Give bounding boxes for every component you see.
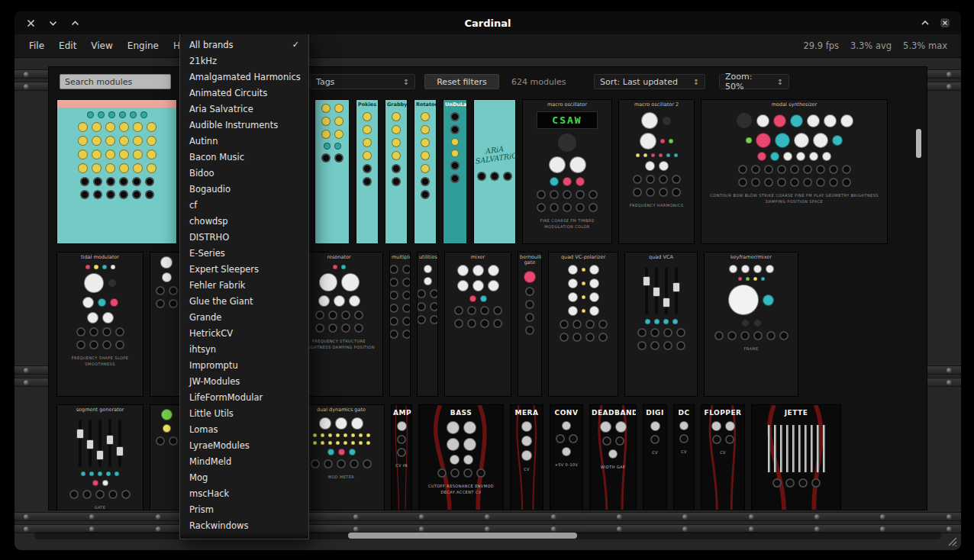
search-input[interactable] (60, 74, 171, 89)
brand-menu-item[interactable]: Rackwindows (180, 517, 308, 533)
knob-icon (147, 163, 156, 173)
tags-filter-select[interactable]: Tags ↕ (310, 74, 415, 89)
menu-view[interactable]: View (91, 40, 112, 51)
module-grabby[interactable]: Grabby (385, 99, 408, 244)
module-amp[interactable]: AMPCV IN (391, 404, 412, 510)
module-rotatoes[interactable]: Rotatoes (414, 99, 437, 244)
brand-menu-item[interactable]: mscHack (180, 485, 308, 501)
jack-icon (647, 189, 653, 195)
brand-menu-item[interactable]: cf (180, 197, 308, 213)
jack-icon (577, 191, 583, 198)
module-dc[interactable]: DCCV (673, 404, 695, 510)
brand-menu-item-label: Mog (189, 472, 208, 483)
brand-menu-item[interactable]: Expert Sleepers (180, 261, 308, 277)
module-jette[interactable]: JETTE (751, 404, 841, 510)
module-mera[interactable]: MERACV (510, 404, 543, 510)
control-row (59, 150, 175, 159)
reset-filters-button[interactable]: Reset filters (424, 74, 499, 89)
brand-menu-item[interactable]: Bidoo (180, 165, 308, 181)
chevron-up-icon[interactable] (69, 18, 80, 28)
vertical-scrollbar-thumb[interactable] (916, 129, 921, 158)
sort-select[interactable]: Sort: Last updated ↕ (594, 74, 705, 89)
brand-menu-item[interactable]: Lomas (180, 421, 308, 437)
brand-menu-item[interactable]: Little Utils (180, 405, 308, 421)
brand-menu-item[interactable]: Bogaudio (180, 181, 308, 197)
knob-icon (562, 421, 571, 430)
brand-menu-item[interactable]: JW-Modules (180, 373, 308, 389)
chevron-down-icon[interactable] (47, 18, 58, 28)
brand-menu-item[interactable]: Aria Salvatrice (180, 101, 308, 117)
brand-menu-item[interactable]: Mog (180, 469, 308, 485)
knob-icon (163, 424, 171, 433)
module-segment-generator[interactable]: segment generatorGATE (56, 404, 144, 510)
knob-icon (645, 161, 655, 171)
control-row (706, 265, 796, 273)
brand-menu-item[interactable]: Audible Instruments (180, 117, 308, 133)
module-quad-vc-polarizer[interactable]: quad VC-polarizer (548, 252, 618, 397)
zoom-select[interactable]: Zoom: 50% ↕ (719, 74, 789, 89)
module-panel[interactable] (150, 404, 183, 510)
module-panel[interactable] (150, 252, 183, 397)
brand-menu-item[interactable]: Glue the Giant (180, 293, 308, 309)
module-digi[interactable]: DIGICV (643, 404, 667, 510)
brand-menu-item[interactable]: 21kHz (180, 53, 308, 69)
module-modal-synthesizer[interactable]: modal synthesizerCONTOUR BOW BLOW STRIKE… (701, 99, 888, 244)
knob-icon (521, 436, 532, 446)
menu-engine[interactable]: Engine (127, 40, 159, 51)
module-keyframer-mixer[interactable]: keyframer/mixerFRAME (704, 252, 798, 397)
brand-menu-item[interactable]: chowdsp (180, 213, 308, 229)
horizontal-scrollbar-track[interactable] (34, 532, 941, 539)
module-labels: CV (511, 465, 543, 474)
module-tidal-modulator[interactable]: tidal modulatorFREQUENCY SHAPE SLOPE SMO… (56, 252, 144, 397)
module-bass[interactable]: BASSCUTOFF RESONANCE ENVMOD DECAY ACCENT… (418, 404, 504, 510)
module-macro-oscillator[interactable]: macro oscillatorCSAWFINE COARSE FM TIMBR… (522, 99, 612, 244)
screw-icon (24, 514, 29, 520)
brand-menu-item-label: Bacon Music (189, 152, 244, 163)
close-button[interactable] (25, 18, 36, 28)
module-conv[interactable]: CONV+5V 0-10V (550, 404, 583, 510)
module-undular[interactable]: UnDuLaR (443, 99, 467, 244)
module-bernoulli-gate[interactable]: bernoulli gate (518, 252, 542, 397)
module-title: JETTE (752, 405, 840, 417)
knob-icon (757, 152, 766, 161)
resize-grip[interactable] (945, 534, 957, 546)
menu-file[interactable]: File (29, 40, 44, 51)
module-panel[interactable]: ARiA SALVATRiCE (473, 99, 516, 244)
module-deadband[interactable]: DEADBANDWIDTH GAP (589, 404, 637, 510)
brand-menu-item[interactable]: ihtsyn (180, 341, 308, 357)
jack-icon (391, 331, 397, 337)
module-multiples[interactable]: multiples (389, 252, 411, 397)
brand-menu-item[interactable]: Animated Circuits (180, 85, 308, 101)
module-panel[interactable] (56, 99, 177, 244)
knob-icon (110, 298, 118, 307)
horizontal-scrollbar-thumb[interactable] (348, 533, 577, 539)
menu-edit[interactable]: Edit (59, 40, 76, 51)
module-dual-dynamics-gate[interactable]: dual dynamics gateMOD METER (298, 404, 385, 510)
module-mixer[interactable]: mixer (444, 252, 511, 397)
knob-icon (334, 104, 343, 113)
brand-menu-item[interactable]: Bacon Music (180, 149, 308, 165)
module-utilities[interactable]: utilities (417, 252, 438, 397)
brand-menu-item[interactable]: Grande (180, 309, 308, 325)
brand-menu-item[interactable]: Prism (180, 501, 308, 517)
jack-icon (121, 179, 127, 185)
module-flopper[interactable]: FLOPPERCV (701, 404, 745, 510)
module-quad-vca[interactable]: quad VCA (624, 252, 698, 397)
brand-menu-item[interactable]: Impromptu (180, 357, 308, 373)
module-panel[interactable] (314, 99, 350, 244)
brand-menu-item[interactable]: Amalgamated Harmonics (180, 69, 308, 85)
keep-above-icon[interactable] (920, 18, 930, 28)
brand-menu-item[interactable]: LyraeModules (180, 437, 308, 453)
brand-menu-item[interactable]: DISTRHO (180, 229, 308, 245)
knob-icon (363, 112, 372, 121)
brand-menu-item[interactable]: Autinn (180, 133, 308, 149)
brand-menu-item[interactable]: Fehler Fabrik (180, 277, 308, 293)
brand-menu-item[interactable]: E-Series (180, 245, 308, 261)
module-macro-oscillator-2[interactable]: macro oscillator 2FREQUENCY HARMONICS (618, 99, 695, 244)
brand-menu-item[interactable]: LifeFormModular (180, 389, 308, 405)
brand-menu-item[interactable]: HetrickCV (180, 325, 308, 341)
brand-menu-item[interactable]: All brands✓ (180, 37, 308, 53)
close-window-button[interactable] (940, 18, 950, 28)
module-pokies[interactable]: Pokies (356, 99, 379, 244)
brand-menu-item[interactable]: MindMeld (180, 453, 308, 469)
